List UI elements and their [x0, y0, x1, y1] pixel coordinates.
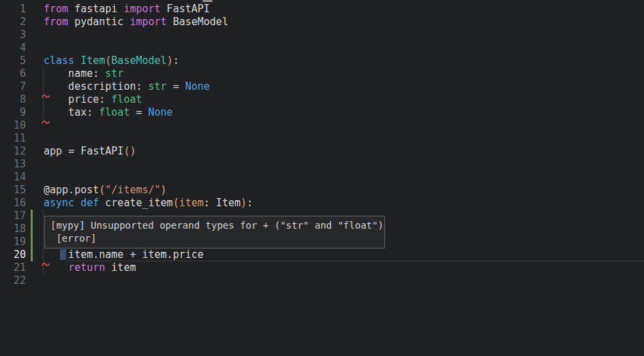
code-text: [26, 158, 44, 171]
code-line[interactable]: 16async def create_item(item: Item):: [0, 197, 644, 210]
line-number: 19: [0, 236, 26, 248]
code-line[interactable]: 7 description: str = None: [0, 80, 644, 93]
code-text: class Item(BaseModel):: [26, 54, 179, 67]
line-number: 9: [0, 106, 26, 119]
code-line[interactable]: 3: [0, 29, 644, 42]
code-line[interactable]: 2from pydantic import BaseModel: [0, 16, 644, 29]
code-text: from pydantic import BaseModel: [26, 16, 228, 29]
code-line[interactable]: 11: [0, 132, 644, 145]
code-text: [26, 171, 44, 184]
code-text: description: str = None: [26, 80, 210, 93]
code-text: [26, 29, 44, 42]
error-squiggle-icon: [42, 89, 50, 94]
line-number: 18: [0, 223, 26, 236]
code-text: from fastapi import FastAPI: [26, 3, 210, 16]
line-number: 8: [0, 93, 26, 106]
code-text: [26, 132, 44, 145]
line-number: 16: [0, 197, 26, 210]
code-editor: 1from fastapi import FastAPI2from pydant…: [0, 0, 644, 356]
git-diff-added-bar: [31, 210, 33, 261]
line-number: 10: [0, 119, 26, 132]
code-line[interactable]: 8 price: float: [0, 93, 644, 106]
code-line[interactable]: 10: [0, 119, 644, 132]
error-squiggle-icon: [42, 115, 50, 120]
code-text: [26, 223, 44, 236]
code-line[interactable]: 5class Item(BaseModel):: [0, 54, 644, 67]
code-line[interactable]: 1from fastapi import FastAPI: [0, 3, 644, 16]
code-line[interactable]: 22: [0, 274, 644, 287]
code-line[interactable]: 9 tax: float = None: [0, 106, 644, 119]
line-number: 13: [0, 158, 26, 171]
code-text: [26, 274, 44, 287]
code-line[interactable]: 4: [0, 42, 644, 54]
diagnostic-tooltip: [mypy] Unsupported operand types for + (…: [44, 216, 385, 248]
line-number: 2: [0, 16, 26, 29]
code-line[interactable]: 20 item.name + item.price: [0, 248, 644, 261]
code-line[interactable]: 13: [0, 158, 644, 171]
code-text: [26, 42, 44, 54]
line-number: 17: [0, 210, 26, 223]
code-text: name: str: [26, 67, 123, 80]
line-number: 7: [0, 80, 26, 93]
line-number: 6: [0, 67, 26, 80]
line-number: 20: [0, 248, 26, 261]
code-text: app = FastAPI(): [26, 145, 136, 158]
text-cursor: [60, 249, 66, 260]
code-text: [26, 236, 44, 248]
code-line[interactable]: 12app = FastAPI(): [0, 145, 644, 158]
line-number: 5: [0, 54, 26, 67]
diagnostic-message: [mypy] Unsupported operand types for + (…: [50, 219, 384, 232]
line-number: 15: [0, 184, 26, 197]
line-number: 22: [0, 274, 26, 287]
code-text: @app.post("/items/"): [26, 184, 167, 197]
line-number: 14: [0, 171, 26, 184]
code-line[interactable]: 14: [0, 171, 644, 184]
line-number: 1: [0, 3, 26, 16]
diagnostic-severity: [error]: [50, 232, 384, 245]
code-text: async def create_item(item: Item):: [26, 197, 253, 210]
code-line[interactable]: 15@app.post("/items/"): [0, 184, 644, 197]
line-number: 21: [0, 261, 26, 274]
line-number: 3: [0, 29, 26, 42]
top-edge-artifact: [202, 0, 213, 2]
line-number: 11: [0, 132, 26, 145]
line-number: 4: [0, 42, 26, 54]
code-text: item.name + item.price: [26, 248, 204, 261]
error-squiggle-icon: [42, 257, 50, 262]
line-number: 12: [0, 145, 26, 158]
code-text: [26, 210, 44, 223]
code-line[interactable]: 21 return item: [0, 261, 644, 274]
cursor-line-underline: [66, 261, 644, 261]
code-line[interactable]: 6 name: str: [0, 67, 644, 80]
